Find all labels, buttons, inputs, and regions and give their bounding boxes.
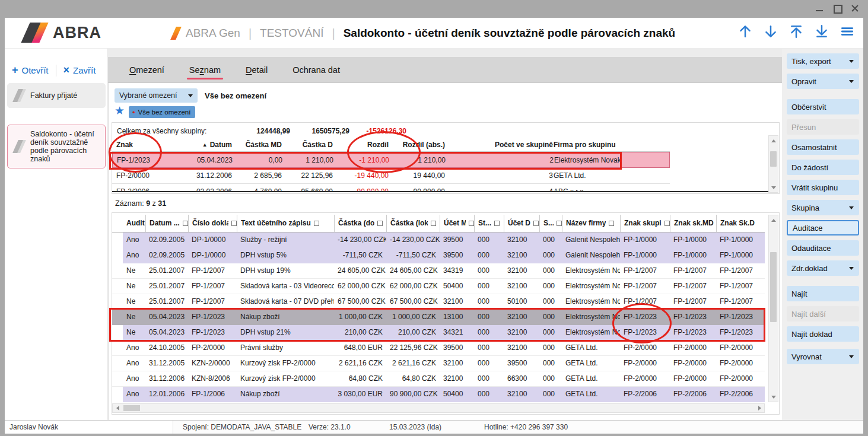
arrow-down-icon[interactable] xyxy=(763,24,778,39)
column-checkbox-icon[interactable] xyxy=(431,221,436,226)
arrow-down-to-bottom-icon[interactable] xyxy=(814,24,829,39)
maximize-icon[interactable] xyxy=(832,4,842,13)
column-checkbox-icon[interactable] xyxy=(231,221,237,226)
close-icon[interactable] xyxy=(850,4,860,13)
scrollbar-thumb[interactable] xyxy=(770,252,777,322)
column-header-po-et-ve-skupin[interactable]: Počet ve skupině xyxy=(446,139,553,151)
column-header-znak[interactable]: Znak xyxy=(112,139,176,151)
column-header-s[interactable]: S... xyxy=(539,215,562,232)
tab-seznam[interactable]: Seznam xyxy=(181,59,229,81)
entry-row[interactable]: Ne05.04.2023FP-1/2023DPH vstup 21%210,00… xyxy=(112,325,765,340)
button-label: Osamostatnit xyxy=(791,143,837,152)
status-version: Verze: 23.1.0 xyxy=(309,423,351,431)
cell: 1 210,00 xyxy=(390,152,447,167)
entry-row[interactable]: Ne25.01.2007FP-1/2007DPH vstup 19%24 605… xyxy=(112,263,765,279)
scroll-down-arrow-icon[interactable] xyxy=(769,183,778,192)
cell: Elektrosystém Novak xyxy=(554,152,669,167)
scrollbar-thumb[interactable] xyxy=(123,405,140,411)
entries-table-horizontal-scrollbar[interactable] xyxy=(112,403,765,413)
selected-restriction-dropdown[interactable]: Vybrané omezení xyxy=(115,88,198,103)
scrollbar-thumb[interactable] xyxy=(770,151,777,167)
zdr-doklad-button[interactable]: Zdr.doklad xyxy=(787,260,859,276)
scroll-up-arrow-icon[interactable] xyxy=(769,136,778,145)
column-checkbox-icon[interactable] xyxy=(494,221,500,226)
favorite-star-icon[interactable]: ★ xyxy=(115,104,125,117)
column-checkbox-icon[interactable] xyxy=(533,221,539,226)
auditace-button[interactable]: Auditace xyxy=(787,220,859,235)
scroll-down-arrow-icon[interactable] xyxy=(769,392,778,402)
column-checkbox-icon[interactable] xyxy=(469,221,474,226)
column-header-znak-sk-md[interactable]: Znak sk.MD xyxy=(670,215,716,232)
column-header-rozd-l-abs[interactable]: Rozdíl (abs.) xyxy=(390,139,446,151)
column-checkbox-icon[interactable] xyxy=(183,221,188,226)
cell: 000 xyxy=(474,279,504,294)
entry-row[interactable]: Ano02.09.2005DP-1/0000DPH vstup 5%-711,5… xyxy=(112,248,765,263)
groups-table-vertical-scrollbar[interactable] xyxy=(768,135,778,193)
scroll-right-arrow-icon[interactable] xyxy=(755,404,764,412)
button-label: Přesun xyxy=(791,123,816,132)
column-header-datum[interactable]: ▲Datum xyxy=(176,139,232,151)
skupina-button[interactable]: Skupina xyxy=(787,200,859,215)
vyrovnat-button[interactable]: Vyrovnat xyxy=(787,349,859,364)
naj-t-button[interactable]: Najít xyxy=(787,286,859,301)
open-button[interactable]: + Otevřít xyxy=(9,63,51,78)
minimize-icon[interactable] xyxy=(815,4,824,13)
column-checkbox-icon[interactable] xyxy=(314,221,319,226)
column-checkbox-icon[interactable] xyxy=(609,221,614,226)
close-tab-button[interactable]: × Zavřít xyxy=(61,63,98,78)
column-header-firma-pro-skupinu[interactable]: Firma pro skupinu xyxy=(553,139,670,151)
vr-tit-skupinu-button[interactable]: Vrátit skupinu xyxy=(787,180,859,195)
tab-detail[interactable]: Detail xyxy=(237,59,276,81)
arrow-up-icon[interactable] xyxy=(737,24,753,39)
entry-row[interactable]: Ano02.09.2005DP-1/0000Služby - režijní-1… xyxy=(112,233,765,248)
column-header-n-zev-firmy[interactable]: Název firmy xyxy=(562,215,620,232)
cell: 210,00 CZK xyxy=(386,325,440,340)
column-header-rozd-l[interactable]: Rozdíl xyxy=(334,139,390,151)
column-header-stka-md[interactable]: Částka MD xyxy=(232,139,283,151)
scroll-left-arrow-icon[interactable] xyxy=(113,404,122,412)
column-header-stka-d[interactable]: Částka D xyxy=(283,139,334,151)
ob-erstvit-button[interactable]: Občerstvit xyxy=(787,99,859,114)
column-header-audit[interactable]: Audit xyxy=(123,215,145,232)
column-header-et-d[interactable]: Účet D xyxy=(504,215,539,232)
opravit-button[interactable]: Opravit xyxy=(787,74,859,89)
naj-t-doklad-button[interactable]: Najít doklad xyxy=(787,326,859,342)
column-checkbox-icon[interactable] xyxy=(377,221,383,226)
column-header-slo-dokladu[interactable]: Číslo dokladu xyxy=(188,215,237,232)
entry-row[interactable]: Ne25.01.2007FP-1/2007Skladová karta - 07… xyxy=(112,294,765,310)
entry-row[interactable]: Ano31.12.2006KZN-8/2006Kurzový zisk FP-2… xyxy=(112,371,765,387)
column-checkbox-icon[interactable] xyxy=(557,221,562,226)
entry-row[interactable]: Ano12.01.2006FP-1/2006Nákup zboží3 030,0… xyxy=(112,387,765,402)
column-header-text-etn-ho-z-pisu[interactable]: Text účetního zápisu xyxy=(237,215,334,232)
osamostatnit-button[interactable]: Osamostatnit xyxy=(787,139,859,155)
odauditace-button[interactable]: Odauditace xyxy=(787,240,859,256)
entries-table-vertical-scrollbar[interactable] xyxy=(768,215,778,402)
column-header-znak-skupiny[interactable]: Znak skupiny xyxy=(620,215,670,232)
do-dost-button[interactable]: Do žádostí xyxy=(787,160,859,175)
sidebar-item-faktury-p-ijat[interactable]: Faktury přijaté xyxy=(7,83,106,108)
main-content: OmezeníSeznamDetailOchrana dat Vybrané o… xyxy=(108,49,782,420)
entry-row[interactable]: Ne25.01.2007FP-1/2007Skladová karta - 03… xyxy=(112,279,765,294)
entry-row[interactable]: Ano24.10.2005FP-2/0000Právní služby648,0… xyxy=(112,340,765,356)
arrow-up-to-top-icon[interactable] xyxy=(788,24,804,39)
column-header-et-md[interactable]: Účet MD xyxy=(440,215,474,232)
restriction-chip[interactable]: • Vše bez omezení xyxy=(129,106,195,118)
column-checkbox-icon[interactable] xyxy=(664,221,670,226)
column-header-stka-lok[interactable]: Částka (lok.) xyxy=(386,215,440,232)
entry-row[interactable]: Ne05.04.2023FP-1/2023Nákup zboží1 000,00… xyxy=(112,310,765,325)
sidebar-item-saldokonto-etn-den-k-souvzta-n[interactable]: Saldokonto - účetní deník souvztažně pod… xyxy=(7,125,106,168)
column-header-st[interactable]: St... xyxy=(474,215,504,232)
entry-row[interactable]: Ano31.12.2005KZN-2/0000Kurzový zisk FP-2… xyxy=(112,356,765,371)
group-row[interactable]: FP-1/202305.04.20230,001 210,00-1 210,00… xyxy=(112,152,670,168)
button-label: Zdr.doklad xyxy=(791,264,828,273)
column-header-stka-dokl[interactable]: Částka (dokl.) xyxy=(334,215,386,232)
tisk-export-button[interactable]: Tisk, export xyxy=(787,53,859,69)
tab-ochrana-dat[interactable]: Ochrana dat xyxy=(284,59,348,81)
scroll-up-arrow-icon[interactable] xyxy=(769,215,778,225)
column-header-datum[interactable]: Datum ... xyxy=(145,215,188,232)
header-label: Znak skupiny xyxy=(624,215,662,232)
column-header-znak-sk-d[interactable]: Znak Sk.D xyxy=(716,215,761,232)
group-row[interactable]: FP-2/000031.12.20062 685,9622 125,96-19 … xyxy=(112,168,670,184)
hamburger-menu-icon[interactable] xyxy=(840,24,855,39)
tab-omezen[interactable]: Omezení xyxy=(121,59,173,81)
